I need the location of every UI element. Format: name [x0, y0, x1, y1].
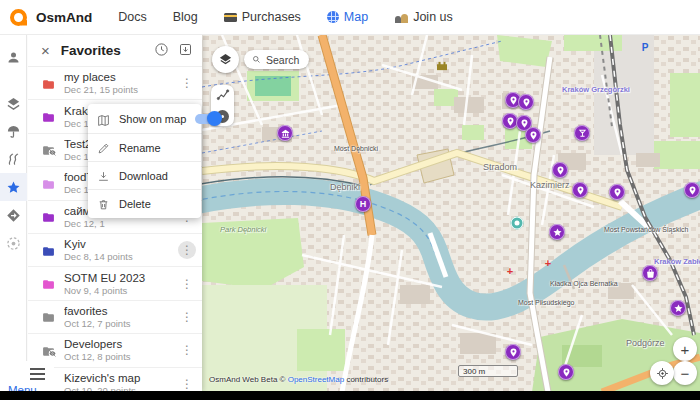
sidebar-item-weather[interactable] — [0, 117, 27, 145]
museum-icon — [280, 128, 291, 139]
attribution-suffix: contributors — [344, 375, 388, 384]
favorite-marker-shopping[interactable] — [642, 265, 658, 281]
leisure-poi-icon — [511, 217, 524, 230]
umbrella-icon — [6, 124, 21, 139]
zoom-in-button[interactable]: + — [673, 337, 697, 361]
kebab-menu-icon[interactable]: ⋮ — [178, 308, 196, 326]
star-icon — [552, 227, 563, 238]
favorite-marker-pin[interactable] — [505, 344, 521, 360]
favorite-marker-pin[interactable] — [518, 94, 534, 110]
folder-name: Kyiv — [64, 238, 178, 250]
folder-icon — [41, 211, 56, 224]
sidebar-item-favorites[interactable] — [0, 173, 27, 201]
favorites-row-texts: my placesDec 21, 15 points — [64, 71, 178, 95]
pin-icon — [561, 367, 572, 378]
favorite-marker-pin[interactable] — [525, 127, 541, 143]
nav-link-purchases[interactable]: Purchases — [224, 10, 301, 24]
pin-icon — [505, 116, 516, 127]
crosshair-icon — [656, 367, 669, 380]
favorites-row[interactable]: my placesDec 21, 15 points⋮ — [28, 67, 202, 100]
context-menu-label: Show on map — [119, 113, 186, 125]
context-menu-item-download[interactable]: Download — [88, 161, 201, 189]
folder-name: Kizevich's map — [64, 372, 178, 384]
favorite-marker-hotel[interactable]: H — [355, 196, 371, 212]
layers-icon — [218, 52, 233, 67]
favorites-panel-header: × Favorites — [28, 35, 202, 67]
nav-link-blog[interactable]: Blog — [173, 10, 198, 24]
kebab-menu-icon[interactable]: ⋮ — [178, 241, 196, 259]
plan-route-button[interactable] — [216, 88, 230, 106]
favorite-marker-star[interactable] — [670, 300, 686, 316]
kebab-menu-icon[interactable]: ⋮ — [178, 375, 196, 391]
favorites-row-texts: KyivDec 8, 14 points — [64, 238, 178, 262]
shopping-icon — [645, 268, 656, 279]
openstreetmap-link[interactable]: OpenStreetMap — [288, 375, 344, 384]
hamburger-icon[interactable] — [30, 368, 45, 370]
sidebar-item-navigation[interactable] — [0, 201, 27, 229]
kebab-menu-icon[interactable]: ⋮ — [178, 275, 196, 293]
favorites-row[interactable]: SOTM EU 2023Nov 9, 4 points⋮ — [28, 267, 202, 300]
import-icon[interactable] — [178, 42, 195, 59]
nav-link-label: Blog — [173, 10, 198, 24]
nav-link-docs[interactable]: Docs — [118, 10, 146, 24]
folder-icon-wrap — [41, 311, 55, 322]
favorite-marker-pin[interactable] — [684, 182, 700, 198]
folder-icon — [41, 178, 56, 191]
favorites-row-texts: SOTM EU 2023Nov 9, 4 points — [64, 272, 178, 296]
sidebar-item-configure-map[interactable] — [0, 89, 27, 117]
panel-title: Favorites — [61, 43, 154, 58]
kebab-menu-icon[interactable]: ⋮ — [178, 341, 196, 359]
pin-icon — [508, 347, 519, 358]
kebab-menu-icon[interactable]: ⋮ — [178, 74, 196, 92]
folder-icon — [41, 278, 56, 291]
sidebar-item-account[interactable] — [0, 43, 27, 71]
sidebar-item-tracks[interactable] — [0, 145, 27, 173]
context-menu-item-show-on-map[interactable]: Show on map — [88, 105, 201, 133]
scale-bar: 300 m — [458, 365, 518, 377]
eye-off-icon — [48, 148, 57, 157]
plan-route-icon — [6, 236, 21, 251]
hospital-poi-icon: + — [506, 266, 515, 275]
pin-icon — [575, 185, 586, 196]
folder-meta: Dec 21, 15 points — [64, 84, 178, 95]
recent-clock-icon[interactable] — [154, 42, 171, 59]
pin-icon — [519, 118, 530, 129]
zoom-out-button[interactable]: − — [673, 361, 697, 385]
search-button[interactable]: Search — [244, 50, 309, 69]
favorite-marker-pin[interactable] — [558, 364, 574, 380]
favorite-marker-pin[interactable] — [609, 184, 625, 200]
show-on-map-toggle[interactable] — [195, 114, 221, 124]
locate-button[interactable] — [650, 361, 674, 385]
map-layers-button[interactable] — [212, 46, 239, 73]
osmand-logo-icon[interactable] — [10, 9, 27, 26]
favorites-row[interactable]: DevelopersOct 12, 8 points⋮ — [28, 334, 202, 367]
favorite-marker-museum[interactable] — [277, 125, 293, 141]
favorites-row-texts: Kizevich's mapOct 10, 20 points — [64, 372, 178, 391]
folder-meta: Dec 8, 14 points — [64, 251, 178, 262]
navigation-icon — [6, 208, 21, 223]
search-label: Search — [266, 54, 299, 66]
left-icon-rail — [0, 35, 27, 391]
close-icon[interactable]: × — [41, 43, 50, 58]
favorite-marker-star[interactable] — [549, 224, 565, 240]
context-menu-item-rename[interactable]: Rename — [88, 133, 201, 161]
favorite-marker-cocktail[interactable] — [574, 125, 590, 141]
nav-link-map[interactable]: Map — [327, 10, 368, 24]
favorites-row[interactable]: KyivDec 8, 14 points⋮ — [28, 234, 202, 267]
favorite-marker-pin[interactable] — [572, 182, 588, 198]
favorites-star-icon — [6, 180, 21, 195]
folder-icon — [41, 78, 56, 91]
map-canvas[interactable]: Most DębnickiDębnikiPark DębnickiStradom… — [202, 35, 700, 392]
nav-link-label: Join us — [413, 10, 453, 24]
globe-icon — [327, 11, 339, 23]
favorite-marker-pin[interactable] — [552, 162, 568, 178]
sidebar-item-plan-route[interactable] — [0, 229, 27, 257]
favorites-row[interactable]: favoritesOct 12, 7 points⋮ — [28, 301, 202, 334]
folder-meta: Dec 12, 1 — [64, 218, 178, 229]
card-icon — [224, 13, 237, 22]
download-icon — [97, 169, 110, 182]
context-menu-item-delete[interactable]: Delete — [88, 189, 201, 217]
top-navbar: OsmAnd DocsBlogPurchasesMapJoin us — [0, 0, 700, 35]
favorites-row[interactable]: Kizevich's mapOct 10, 20 points⋮ — [28, 368, 202, 391]
nav-link-join-us[interactable]: Join us — [394, 10, 453, 24]
